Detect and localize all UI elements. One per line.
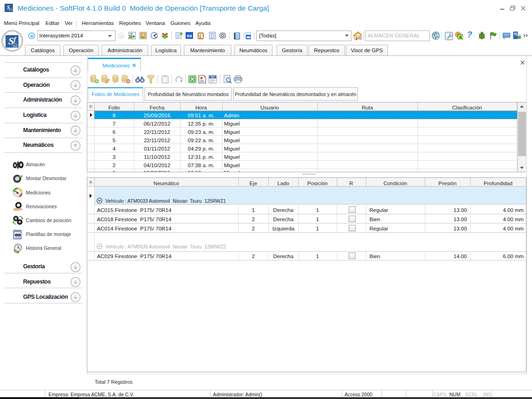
svg-text:TXT: TXT	[211, 76, 215, 79]
svg-text:M: M	[120, 34, 123, 38]
svg-text:S: S	[7, 4, 10, 11]
svg-text:99: 99	[187, 34, 192, 39]
svg-text:M: M	[30, 34, 33, 38]
svg-text:$: $	[459, 35, 462, 40]
